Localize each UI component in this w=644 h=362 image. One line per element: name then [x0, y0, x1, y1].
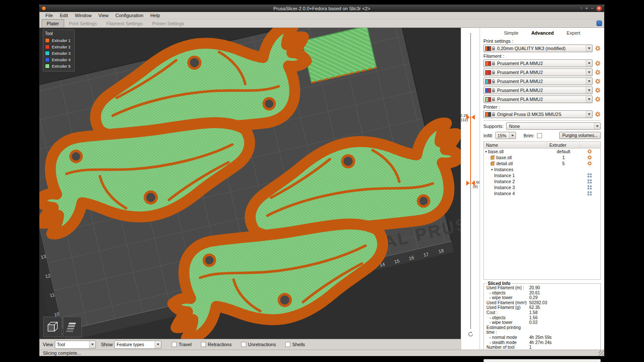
object-row-base-part[interactable]: base.stl 1 — [484, 154, 600, 160]
supports-label: Supports: — [483, 124, 504, 129]
app-window: PrusaSlicer-2.0.0+Fedora based on Slic3r… — [39, 4, 605, 356]
tab-print-settings[interactable]: Print Settings — [64, 20, 101, 27]
filament-2-gear-icon[interactable] — [595, 69, 601, 75]
filament-1-gear-icon[interactable] — [595, 60, 601, 66]
object-row-instance-1[interactable]: Instance 1 — [484, 172, 600, 178]
filament-5-gear-icon[interactable] — [595, 96, 601, 102]
layer-slider-upper-handle[interactable] — [466, 114, 475, 119]
view-select[interactable]: Tool — [55, 341, 96, 349]
lock-icon — [491, 79, 496, 84]
tab-bar: Plater Print Settings Filament Settings … — [39, 19, 604, 28]
print-settings-gear-icon[interactable] — [595, 45, 601, 51]
filament-3-swatch — [485, 79, 491, 84]
object-row-instance-4[interactable]: Instance 4 — [484, 190, 600, 196]
caret-down-icon[interactable]: ▾ — [484, 150, 488, 154]
export-gcode-button[interactable]: Export G-code — [483, 359, 601, 362]
travel-label: Travel — [179, 342, 191, 347]
printer-gear-icon[interactable] — [595, 111, 601, 117]
print-settings-select[interactable]: 0.20mm QUALITY MK3 (modified) — [483, 45, 593, 52]
app-icon — [42, 6, 46, 11]
gear-icon[interactable] — [587, 149, 592, 154]
object-list: Name Extruder ▾ base.stl default base.st… — [483, 141, 601, 280]
travel-checkbox[interactable] — [172, 342, 177, 347]
plater-3d-viewport[interactable]: ORIGINAL PRUSA 13 12 11 10 9 14 15 — [39, 28, 461, 339]
column-extruder[interactable]: Extruder — [547, 142, 580, 148]
instances-grid-icon[interactable] — [587, 173, 592, 178]
resize-grip[interactable] — [599, 350, 604, 356]
extruder-5-swatch — [45, 64, 50, 68]
object-row-base[interactable]: ▾ base.stl default — [484, 148, 600, 154]
filament-3-select[interactable]: Prusament PLA MMU2 — [483, 77, 593, 85]
filament-4-select[interactable]: Prusament PLA MMU2 — [483, 86, 593, 94]
view-layers-button[interactable] — [63, 317, 82, 337]
mode-simple[interactable]: Simple — [504, 30, 519, 36]
title-bar: PrusaSlicer-2.0.0+Fedora based on Slic3r… — [39, 5, 604, 12]
retractions-label: Retractions — [208, 342, 232, 347]
menu-view[interactable]: View — [95, 12, 112, 18]
printer-select[interactable]: Original Prusa i3 MK3S MMU2S — [483, 110, 593, 118]
gear-icon[interactable] — [587, 155, 592, 160]
part-icon — [490, 161, 495, 166]
lock-icon — [491, 112, 496, 117]
filament-5-select[interactable]: Prusament PLA MMU2 — [483, 95, 593, 103]
brim-checkbox[interactable] — [537, 133, 542, 138]
object-row-instances[interactable]: ▾ Instances — [484, 166, 600, 172]
menu-configuration[interactable]: Configuration — [112, 12, 146, 18]
tab-printer-settings[interactable]: Printer Settings — [147, 20, 189, 27]
viewport-scene: ORIGINAL PRUSA 13 12 11 10 9 14 15 — [39, 28, 461, 339]
status-text: Slicing complete... — [43, 350, 81, 356]
object-row-detail-part[interactable]: detail.stl 5 — [484, 160, 600, 166]
filament-label: Filament : — [483, 53, 601, 59]
retractions-checkbox[interactable] — [201, 342, 206, 347]
pin-icon[interactable]: + — [585, 6, 588, 11]
instances-grid-icon[interactable] — [587, 191, 592, 196]
object-row-instance-3[interactable]: Instance 3 — [484, 184, 600, 190]
purging-volumes-button[interactable]: Purging volumes... — [559, 132, 601, 139]
tab-plater[interactable]: Plater — [42, 19, 64, 27]
filament-2-select[interactable]: Prusament PLA MMU2 — [483, 68, 593, 76]
column-name[interactable]: Name — [484, 142, 547, 148]
menu-file[interactable]: File — [42, 12, 57, 18]
chevron-down-icon — [586, 69, 592, 76]
legend-item: Extruder 3 — [45, 50, 72, 56]
filament-1-swatch — [485, 61, 491, 66]
extruder-2-swatch — [45, 45, 50, 49]
app-badge-icon — [596, 21, 602, 26]
chevron-down-icon — [586, 111, 592, 118]
mode-advanced[interactable]: Advanced — [531, 30, 554, 36]
menu-window[interactable]: Window — [72, 12, 95, 18]
object-list-header: Name Extruder — [484, 142, 600, 148]
minimize-icon[interactable]: − — [591, 6, 593, 11]
menu-edit[interactable]: Edit — [57, 12, 72, 18]
lock-icon — [491, 46, 496, 51]
filament-4-gear-icon[interactable] — [595, 87, 601, 93]
mode-tabs: Simple Advanced Expert — [483, 30, 601, 38]
chevron-down-icon — [594, 123, 600, 129]
slider-reset-button[interactable] — [467, 331, 474, 338]
close-button[interactable]: ✕ — [596, 6, 602, 11]
shade-icon[interactable]: ↑ — [580, 6, 582, 11]
infill-select[interactable]: 15% — [495, 132, 516, 139]
tool-legend-title: Tool — [45, 31, 72, 36]
preview-controls-bar: View Tool Show Feature types Travel — [39, 339, 461, 350]
gear-icon[interactable] — [587, 161, 592, 166]
object-row-instance-2[interactable]: Instance 2 — [484, 178, 600, 184]
tab-filament-settings[interactable]: Filament Settings — [101, 20, 147, 27]
instances-grid-icon[interactable] — [587, 179, 592, 184]
filament-3-gear-icon[interactable] — [595, 78, 601, 84]
view-3d-button[interactable] — [43, 317, 62, 337]
supports-select[interactable]: None — [506, 122, 601, 130]
filament-1-select[interactable]: Prusament PLA MMU2 — [483, 59, 593, 67]
show-select[interactable]: Feature types — [114, 341, 161, 349]
chevron-down-icon — [89, 341, 95, 348]
instances-grid-icon[interactable] — [587, 185, 592, 190]
mode-expert[interactable]: Expert — [566, 30, 580, 36]
sliced-info-panel: Sliced Info Used Filament (m) :20.90 - o… — [483, 283, 601, 356]
caret-down-icon[interactable]: ▾ — [490, 168, 494, 172]
shells-checkbox[interactable] — [285, 342, 290, 347]
lock-icon — [491, 88, 496, 93]
menu-help[interactable]: Help — [147, 12, 164, 18]
shells-label: Shells — [292, 342, 305, 347]
unretractions-checkbox[interactable] — [241, 342, 246, 347]
layer-slider-lower-handle[interactable] — [466, 180, 475, 185]
